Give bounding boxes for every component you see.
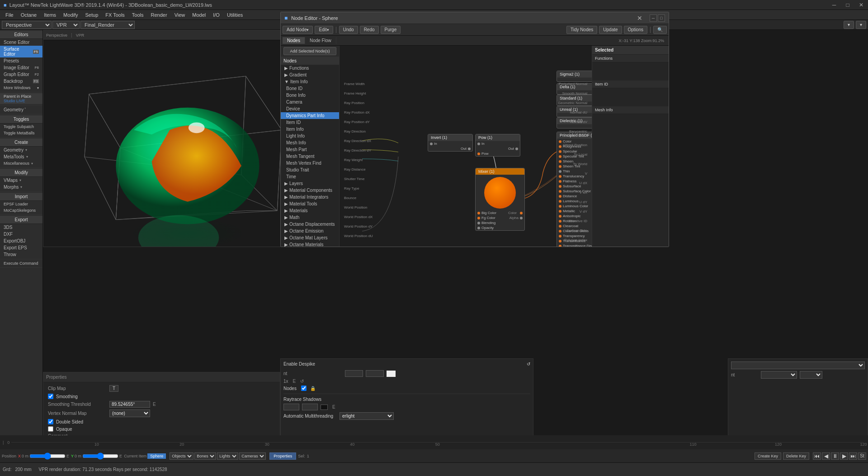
maximize-button[interactable]: □ [841,0,854,10]
nl-group-layers[interactable]: ▶ Layers [281,180,339,187]
node-mixer[interactable]: Mixer (1) Big ColorColor Fg ColorAlpha B… [475,168,525,231]
sidebar-toggles-header[interactable]: Toggles [0,115,42,124]
sidebar-item-geometry2[interactable]: Geometry▾ [0,147,42,153]
nodes-checkbox[interactable] [301,386,307,391]
tx-edit-icon[interactable]: ↺ [300,379,304,384]
playback-start-btn[interactable]: ⏮ [813,452,821,460]
vpr-select[interactable]: VPR [52,21,80,29]
nl-group-functions[interactable]: ▶ Functions [281,65,339,71]
menu-octane[interactable]: Octane [17,11,40,19]
node-right-itemid-header[interactable]: Item ID [592,81,669,88]
minimize-button[interactable]: ─ [827,0,841,10]
sidebar-create-header[interactable]: Create [0,138,42,147]
sidebar-item-export-eps[interactable]: Export EPS [0,244,42,251]
properties-button[interactable]: Properties [269,452,296,460]
shadow-g-input[interactable]: 000 [302,404,318,410]
y-env[interactable]: E [119,454,122,458]
sidebar-item-3ds[interactable]: 3DS [0,224,42,231]
sidebar-item-more-windows[interactable]: More Windows▾ [0,85,42,91]
sidebar-item-vmaps[interactable]: VMaps▾ [0,177,42,184]
menu-tools[interactable]: Tools [128,11,147,19]
vertex-normal-map-select[interactable]: (none) [109,409,150,417]
node-right-functions-header[interactable]: Functions [592,55,669,62]
view-mode-select[interactable]: Perspective [2,21,52,29]
sidebar-item-toggle-metaballs[interactable]: Toggle MetaBalls [0,130,42,136]
nl-group-octane-materials[interactable]: ▶ Octane Materials [281,241,339,247]
undo-button[interactable]: Undo [339,26,358,34]
nl-item-mesh-part[interactable]: Mesh Part [281,146,339,153]
update-button[interactable]: Update [599,26,622,34]
sidebar-item-parent-in-place[interactable]: Parent in Place Studio LIVE [0,93,42,104]
tab-nodes[interactable]: Nodes [283,37,305,44]
item-type-select[interactable]: Objects [170,452,193,460]
nl-item-mesh-info[interactable]: Mesh Info [281,139,339,146]
tidy-nodes-button[interactable]: Tidy Nodes [566,26,597,34]
node-pow[interactable]: Pow (1) In Out Pow [475,134,520,157]
sidebar-import-header[interactable]: Import [0,193,42,201]
sidebar-item-surface-editor[interactable]: Surface EditorF5 [0,46,42,57]
despike-icon[interactable]: ↺ [527,362,530,367]
opaque-checkbox[interactable] [48,426,53,432]
color-r-input[interactable]: 255 [345,370,363,377]
smoothing-threshold-env-icon[interactable]: E [153,402,156,407]
shadow-env-icon[interactable]: E [332,405,335,409]
double-sided-checkbox[interactable] [48,419,53,424]
menu-setup[interactable]: Setup [82,11,102,19]
node-sigma2[interactable]: Sigma2 (1) [557,71,592,82]
menu-fxtools[interactable]: FX Tools [102,11,128,19]
sidebar-item-miscellaneous[interactable]: Miscellaneous▾ [0,160,42,167]
node-editor-minimize[interactable]: ─ [650,14,657,22]
node-canvas[interactable]: Frame Width Frame Height Ray Position Ra… [340,46,592,247]
sidebar-item-execute-command[interactable]: Execute Command [0,260,42,267]
color-g-input[interactable]: 255 [366,370,384,377]
nl-item-dynamics-part-info[interactable]: Dynamics Part Info [281,112,339,119]
menu-view[interactable]: View [171,11,189,19]
playback-play-btn[interactable]: ▶ [840,452,848,460]
create-key-button[interactable]: Create Key [755,452,781,460]
smoothing-checkbox[interactable] [48,394,53,399]
close-button[interactable]: ✕ [854,0,868,10]
sidebar-item-dxf[interactable]: DXF [0,231,42,238]
nl-item-bone-info[interactable]: Bone Info [281,92,339,99]
menu-file[interactable]: File [2,11,17,19]
sidebar-export-header[interactable]: Export [0,216,42,224]
sidebar-item-backdrop[interactable]: BackdropF3 [0,78,42,85]
nl-item-mesh-tangent[interactable]: Mesh Tangent [281,153,339,160]
sidebar-item-scene-editor[interactable]: Scene Editor [0,39,42,46]
menu-io[interactable]: I/O [209,11,223,19]
y-slider[interactable] [82,454,118,458]
nl-item-studio-trait[interactable]: Studio Trait [281,167,339,173]
x-slider[interactable] [29,454,66,458]
nl-group-material-tools[interactable]: ▶ Material Tools [281,200,339,207]
sidebar-item-morphs[interactable]: Morphs▾ [0,184,42,190]
sidebar-modify-header[interactable]: Modify [0,169,42,177]
sidebar-item-presets[interactable]: Presets [0,57,42,64]
tx-env-icon[interactable]: E [293,379,296,384]
nl-group-materials[interactable]: ▶ Materials [281,207,339,214]
nl-group-material-integrators[interactable]: ▶ Material Integrators [281,194,339,200]
playback-pause-btn[interactable]: ⏸ [831,452,839,460]
sidebar-item-throw[interactable]: Throw [0,251,42,258]
redo-button[interactable]: Redo [360,26,379,34]
menu-model[interactable]: Model [189,11,209,19]
nl-group-octane-emission[interactable]: ▶ Octane Emission [281,228,339,234]
current-item-value[interactable]: Sphere [147,453,166,459]
cameras-select[interactable]: Cameras [239,452,266,460]
options-button[interactable]: Options [624,26,647,34]
smoothing-threshold-input[interactable] [109,401,150,408]
sidebar-item-graph-editor[interactable]: Graph EditorF2 [0,71,42,78]
nl-nodes-header[interactable]: Nodes [281,57,339,65]
playback-prev-btn[interactable]: ◀ [822,452,830,460]
nl-group-material-components[interactable]: ▶ Material Components [281,187,339,194]
nl-item-mesh-vertex-find[interactable]: Mesh Vertex Find [281,160,339,167]
nl-item-time[interactable]: Time [281,173,339,180]
purge-button[interactable]: Purge [381,26,401,34]
sidebar-item-epsf[interactable]: EPSF Loader [0,201,42,207]
toggle-btn-2[interactable]: ▾ [856,21,866,29]
x-env[interactable]: E [66,454,69,458]
sidebar-item-mocap[interactable]: MoCapSkelegons [0,207,42,214]
sidebar-item-image-editor[interactable]: Image EditorF6 [0,64,42,71]
playback-end-btn[interactable]: ⏭ [849,452,857,460]
sidebar-editors-header[interactable]: Editors [0,31,42,39]
nl-group-math[interactable]: ▶ Math [281,214,339,221]
